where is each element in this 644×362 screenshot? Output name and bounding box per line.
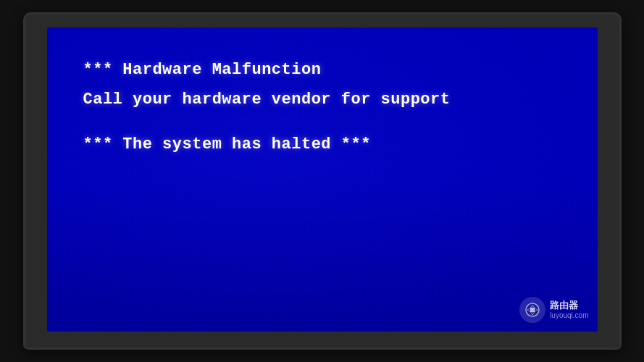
laptop-bezel: *** Hardware Malfunction Call your hardw…	[25, 14, 619, 348]
watermark-icon	[519, 297, 545, 323]
bsod-line2: Call your hardware vendor for support	[83, 86, 561, 113]
bsod-screen: *** Hardware Malfunction Call your hardw…	[47, 28, 598, 332]
watermark-text-group: 路由器 luyouqi.com	[550, 300, 588, 320]
svg-point-1	[530, 308, 535, 312]
photo-frame: *** Hardware Malfunction Call your hardw…	[0, 0, 644, 362]
watermark-site-url: luyouqi.com	[550, 311, 588, 320]
watermark-site-name: 路由器	[550, 300, 588, 311]
bsod-line1: *** Hardware Malfunction	[83, 56, 561, 83]
watermark: 路由器 luyouqi.com	[519, 297, 588, 323]
bsod-line3: *** The system has halted ***	[83, 131, 561, 158]
bsod-content: *** Hardware Malfunction Call your hardw…	[47, 28, 598, 332]
